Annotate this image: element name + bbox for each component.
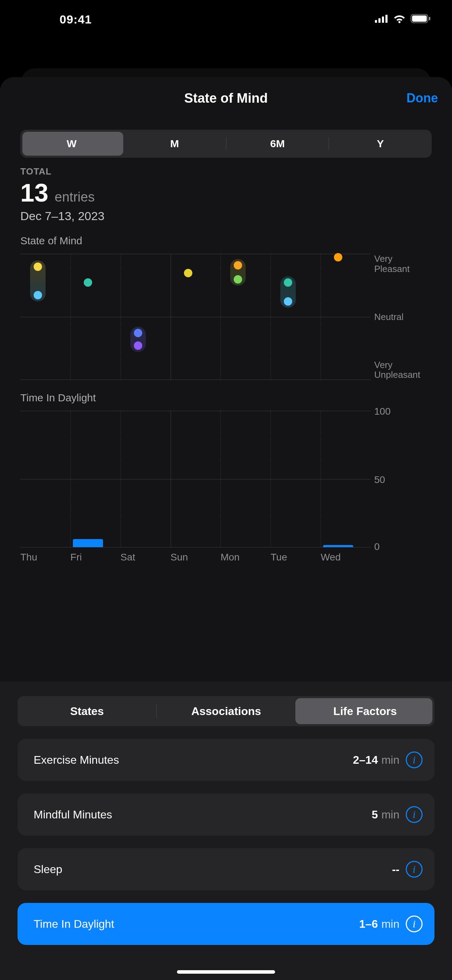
mood-range-pill[interactable] bbox=[30, 261, 46, 301]
factor-label: Exercise Minutes bbox=[33, 754, 119, 767]
range-6month[interactable]: 6M bbox=[226, 138, 329, 150]
life-factor-row[interactable]: Time In Daylight1–6 mini bbox=[18, 903, 434, 945]
page-title: State of Mind bbox=[184, 91, 268, 106]
summary-value: 13 bbox=[20, 178, 48, 207]
mood-dot[interactable] bbox=[284, 278, 292, 287]
summary-date-range: Dec 7–13, 2023 bbox=[20, 209, 432, 223]
x-label: Fri bbox=[70, 552, 82, 563]
svg-point-4 bbox=[398, 21, 401, 23]
svg-rect-0 bbox=[375, 20, 377, 23]
x-label: Sun bbox=[170, 552, 188, 563]
y-label-neutral: Neutral bbox=[374, 312, 432, 322]
mood-dot[interactable] bbox=[234, 261, 242, 269]
factor-unit: min bbox=[381, 754, 399, 767]
factor-label: Time In Daylight bbox=[33, 918, 114, 931]
factor-unit: min bbox=[381, 808, 399, 821]
mood-dot[interactable] bbox=[134, 341, 142, 350]
factor-label: Mindful Minutes bbox=[33, 808, 112, 821]
mood-dot[interactable] bbox=[33, 291, 42, 299]
factor-label: Sleep bbox=[33, 863, 62, 876]
info-icon[interactable]: i bbox=[406, 915, 423, 932]
life-factor-row[interactable]: Exercise Minutes2–14 mini bbox=[18, 739, 434, 781]
daylight-chart-title: Time In Daylight bbox=[20, 392, 432, 404]
ytick-100: 100 bbox=[374, 406, 391, 417]
mood-dot[interactable] bbox=[134, 329, 142, 337]
mood-dot[interactable] bbox=[84, 278, 92, 287]
factor-value: 1–6 bbox=[359, 918, 378, 931]
life-factor-row[interactable]: Mindful Minutes5 mini bbox=[18, 794, 434, 835]
summary-label: TOTAL bbox=[20, 166, 432, 177]
info-icon[interactable]: i bbox=[406, 861, 423, 878]
factor-value: 2–14 bbox=[353, 754, 378, 767]
y-label-unpleasant: VeryUnpleasant bbox=[374, 360, 432, 380]
status-bar: 09:41 bbox=[0, 0, 452, 38]
tab-associations[interactable]: Associations bbox=[157, 705, 295, 718]
sheet-header: State of Mind Done bbox=[0, 77, 452, 119]
mood-chart-title: State of Mind bbox=[20, 235, 432, 247]
y-label-pleasant: VeryPleasant bbox=[374, 254, 432, 274]
state-of-mind-sheet: State of Mind Done W M 6M Y TOTAL 13 ent… bbox=[0, 77, 452, 980]
summary-block: TOTAL 13 entries Dec 7–13, 2023 bbox=[0, 158, 452, 223]
wifi-icon bbox=[393, 14, 406, 24]
factor-value: -- bbox=[392, 863, 399, 876]
info-icon[interactable]: i bbox=[406, 806, 423, 823]
daylight-bar[interactable] bbox=[323, 545, 353, 547]
factor-value: 5 bbox=[372, 808, 378, 821]
info-icon[interactable]: i bbox=[406, 751, 423, 768]
mood-dot[interactable] bbox=[234, 275, 242, 283]
x-label: Mon bbox=[220, 552, 239, 563]
mood-y-axis: VeryPleasant Neutral VeryUnpleasant bbox=[374, 254, 432, 380]
x-label: Wed bbox=[321, 552, 341, 563]
cellular-icon bbox=[375, 14, 388, 24]
mood-range-pill[interactable] bbox=[230, 259, 246, 286]
mood-range-pill[interactable] bbox=[131, 327, 146, 352]
home-indicator[interactable] bbox=[177, 970, 275, 974]
svg-rect-7 bbox=[429, 17, 430, 20]
tab-states[interactable]: States bbox=[18, 705, 156, 718]
mood-chart[interactable]: VeryPleasant Neutral VeryUnpleasant bbox=[20, 254, 432, 380]
status-icons bbox=[375, 14, 431, 24]
battery-icon bbox=[411, 14, 431, 24]
life-factors-list: Exercise Minutes2–14 miniMindful Minutes… bbox=[18, 739, 434, 945]
mood-dot[interactable] bbox=[184, 269, 193, 277]
range-month[interactable]: M bbox=[123, 138, 226, 150]
details-panel: States Associations Life Factors Exercis… bbox=[0, 681, 452, 980]
detail-tabs[interactable]: States Associations Life Factors bbox=[18, 696, 434, 726]
svg-rect-6 bbox=[412, 16, 427, 22]
range-year[interactable]: Y bbox=[329, 138, 432, 150]
x-axis-labels: ThuFriSatSunMonTueWed bbox=[20, 552, 371, 566]
mood-range-pill[interactable] bbox=[280, 276, 296, 308]
svg-rect-3 bbox=[385, 15, 388, 23]
x-label: Thu bbox=[20, 552, 37, 563]
ytick-0: 0 bbox=[374, 541, 380, 552]
svg-rect-1 bbox=[379, 18, 380, 23]
mood-dot[interactable] bbox=[284, 297, 292, 305]
daylight-chart[interactable]: 100 50 0 ThuFriSatSunMonTueWed bbox=[20, 411, 432, 547]
status-time: 09:41 bbox=[60, 13, 92, 26]
x-label: Tue bbox=[271, 552, 287, 563]
mood-dot[interactable] bbox=[33, 262, 42, 271]
ytick-50: 50 bbox=[374, 474, 385, 485]
range-week[interactable]: W bbox=[20, 138, 123, 150]
x-label: Sat bbox=[121, 552, 135, 563]
time-range-segmented[interactable]: W M 6M Y bbox=[20, 130, 432, 158]
daylight-y-axis: 100 50 0 bbox=[374, 411, 432, 547]
tab-life-factors[interactable]: Life Factors bbox=[296, 705, 434, 718]
life-factor-row[interactable]: Sleep--i bbox=[18, 848, 434, 890]
done-button[interactable]: Done bbox=[406, 91, 438, 105]
daylight-bar[interactable] bbox=[73, 539, 103, 547]
summary-unit: entries bbox=[55, 189, 95, 205]
mood-dot[interactable] bbox=[334, 253, 342, 261]
factor-unit: min bbox=[381, 918, 399, 931]
svg-rect-2 bbox=[382, 16, 384, 23]
